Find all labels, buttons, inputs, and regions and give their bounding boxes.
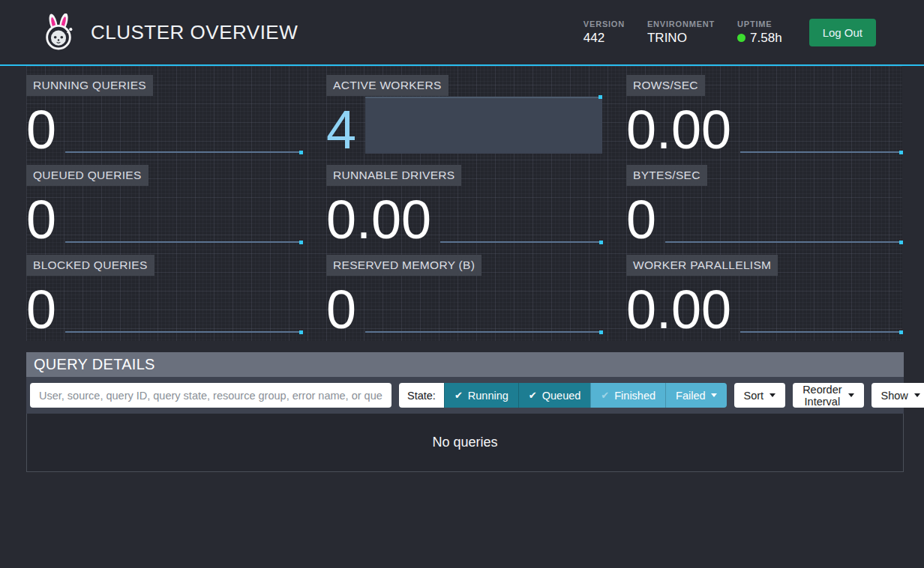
metric-card-blocked-queries: BLOCKED QUERIES 0 — [26, 255, 302, 333]
sparkline-endpoint-dot — [299, 151, 303, 154]
sparkline-endpoint-dot — [599, 241, 603, 244]
state-filter-queued[interactable]: ✔ Queued — [518, 383, 591, 408]
metric-value: 4 — [326, 106, 356, 154]
metric-sparkline — [665, 241, 902, 243]
metric-label: RUNNABLE DRIVERS — [326, 165, 461, 186]
state-filter-running[interactable]: ✔ Running — [444, 383, 518, 408]
metric-value: 0.00 — [626, 286, 731, 333]
page-title: CLUSTER OVERVIEW — [91, 21, 298, 44]
sparkline-endpoint-dot — [599, 330, 603, 334]
sparkline-endpoint-dot — [899, 241, 903, 244]
metric-value: 0 — [26, 106, 56, 154]
version-value: 442 — [584, 31, 625, 46]
query-list-empty-state: No queries — [26, 414, 904, 472]
state-filter-label: State: — [399, 383, 444, 408]
check-icon: ✔ — [454, 390, 463, 401]
app-header: CLUSTER OVERVIEW VERSION 442 ENVIRONMENT… — [0, 0, 924, 66]
check-icon: ✔ — [529, 390, 537, 401]
metric-value: 0 — [26, 286, 56, 333]
state-filter-group: State: ✔ Running ✔ Queued ✔ Finished Fai… — [399, 383, 727, 408]
chevron-down-icon — [848, 393, 854, 397]
environment-value: TRINO — [647, 31, 715, 46]
sparkline-endpoint-dot — [299, 330, 303, 334]
metric-card-queued-queries: QUEUED QUERIES 0 — [26, 165, 302, 244]
metric-sparkline — [65, 241, 302, 243]
metric-area-chart — [365, 97, 602, 154]
metric-card-rows-per-sec: ROWS/SEC 0.00 — [626, 75, 902, 154]
metric-card-worker-parallelism: WORKER PARALLELISM 0.00 — [626, 255, 902, 333]
sparkline-endpoint-dot — [299, 241, 303, 244]
metric-label: ACTIVE WORKERS — [326, 75, 448, 96]
metric-card-bytes-per-sec: BYTES/SEC 0 — [626, 165, 902, 244]
metric-card-running-queries: RUNNING QUERIES 0 — [26, 75, 302, 154]
uptime-label: UPTIME — [737, 19, 782, 28]
sparkline-endpoint-dot — [899, 330, 903, 334]
environment-stat: ENVIRONMENT TRINO — [647, 19, 715, 46]
state-filter-finished[interactable]: ✔ Finished — [590, 383, 665, 408]
metric-value: 0 — [26, 196, 56, 244]
trino-bunny-logo-icon — [41, 13, 76, 51]
uptime-stat: UPTIME 7.58h — [737, 19, 782, 46]
chevron-down-icon — [914, 393, 920, 397]
empty-message: No queries — [432, 435, 497, 450]
uptime-status-dot-icon — [737, 34, 746, 42]
check-icon: ✔ — [601, 390, 609, 401]
sort-dropdown-button[interactable]: Sort — [734, 383, 786, 408]
metric-sparkline — [740, 151, 902, 153]
metric-value: 0.00 — [326, 196, 431, 244]
show-dropdown-button[interactable]: Show — [872, 383, 924, 408]
metric-label: BYTES/SEC — [626, 165, 707, 186]
metric-label: BLOCKED QUERIES — [26, 255, 154, 276]
version-stat: VERSION 442 — [584, 19, 625, 46]
metric-label: RUNNING QUERIES — [26, 75, 153, 96]
metric-label: ROWS/SEC — [626, 75, 705, 96]
query-details-title: QUERY DETAILS — [26, 352, 904, 377]
metric-card-runnable-drivers: RUNNABLE DRIVERS 0.00 — [326, 165, 602, 244]
query-search-input[interactable] — [30, 383, 392, 408]
metric-value: 0 — [326, 286, 356, 333]
query-details-panel: QUERY DETAILS State: ✔ Running ✔ Queued … — [26, 352, 904, 472]
metric-sparkline — [440, 241, 602, 243]
metric-value: 0.00 — [626, 106, 731, 154]
reorder-interval-dropdown-button[interactable]: Reorder Interval — [793, 383, 863, 408]
query-toolbar: State: ✔ Running ✔ Queued ✔ Finished Fai… — [26, 377, 904, 414]
environment-label: ENVIRONMENT — [647, 19, 715, 28]
chevron-down-icon — [770, 393, 776, 397]
sparkline-endpoint-dot — [899, 151, 903, 154]
metric-value: 0 — [626, 196, 656, 244]
logout-button[interactable]: Log Out — [809, 19, 876, 46]
metric-sparkline — [365, 331, 602, 333]
version-label: VERSION — [584, 19, 625, 28]
sparkline-endpoint-dot — [598, 95, 602, 99]
metrics-grid: RUNNING QUERIES 0 ACTIVE WORKERS 4 ROWS/… — [26, 66, 902, 341]
metric-label: WORKER PARALLELISM — [626, 255, 778, 276]
metric-label: QUEUED QUERIES — [26, 165, 148, 186]
metric-card-active-workers: ACTIVE WORKERS 4 — [326, 75, 602, 154]
metric-sparkline — [65, 331, 302, 333]
metric-sparkline — [65, 151, 302, 153]
state-filter-failed-dropdown[interactable]: Failed — [665, 383, 727, 408]
metric-sparkline — [740, 331, 902, 333]
chevron-down-icon — [711, 393, 717, 397]
metric-card-reserved-memory: RESERVED MEMORY (B) 0 — [326, 255, 602, 333]
metric-label: RESERVED MEMORY (B) — [326, 255, 482, 276]
uptime-value: 7.58h — [750, 31, 782, 46]
